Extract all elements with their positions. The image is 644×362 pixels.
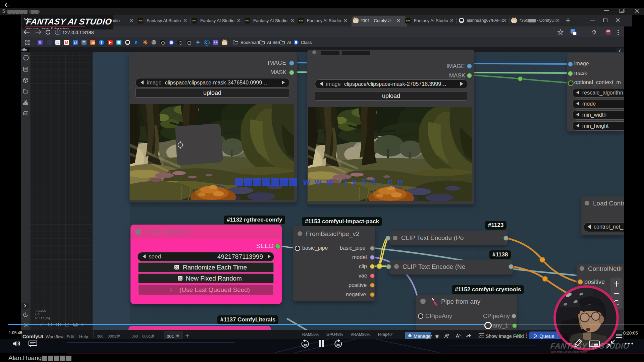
svg-text:10: 10	[304, 343, 307, 347]
svg-text:30: 30	[336, 343, 340, 347]
